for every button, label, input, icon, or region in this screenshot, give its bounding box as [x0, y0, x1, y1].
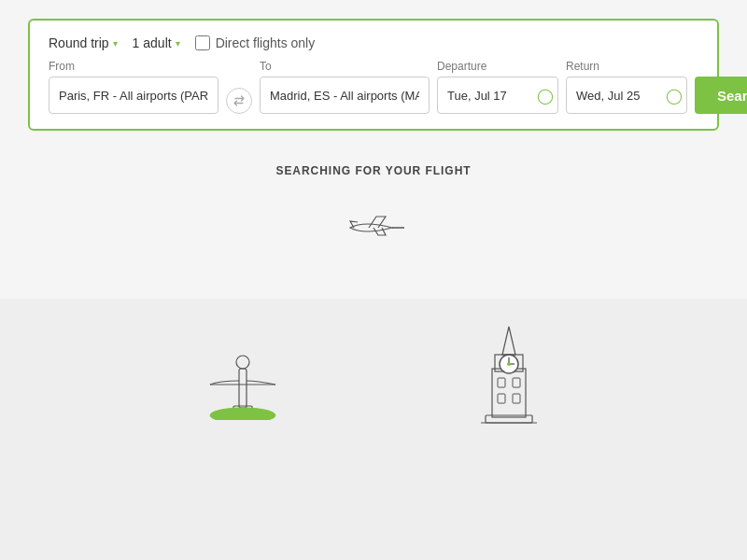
trip-type-button[interactable]: Round trip ▾: [49, 35, 118, 50]
departure-input[interactable]: [447, 89, 531, 103]
svg-point-3: [236, 356, 249, 369]
svg-rect-14: [498, 378, 505, 387]
from-field-group: From: [49, 60, 218, 114]
svg-rect-15: [513, 378, 520, 387]
search-top-row: Round trip ▾ 1 adult ▾ Direct flights on…: [49, 35, 698, 50]
searching-status: SEARCHING FOR YOUR FLIGHT: [275, 164, 471, 177]
svg-rect-16: [498, 394, 505, 403]
bigben-icon: [472, 317, 546, 429]
direct-flights-text: Direct flights only: [216, 35, 316, 50]
return-input-wrapper[interactable]: ◯: [566, 77, 687, 114]
to-input[interactable]: [270, 89, 419, 103]
svg-rect-7: [492, 369, 526, 417]
clock-icon-return: ◯: [666, 87, 683, 105]
svg-point-5: [210, 408, 275, 420]
landmarks-row: [28, 317, 719, 429]
svg-rect-2: [239, 369, 247, 408]
search-button[interactable]: Search: [695, 77, 747, 114]
search-bottom-row: From To Departure ◯: [49, 60, 698, 114]
airplane-icon: [336, 205, 411, 243]
departure-field-group: Departure ◯: [437, 60, 558, 114]
svg-point-12: [507, 362, 511, 366]
christ-redeemer-landmark: [201, 317, 285, 429]
flight-icon-area: [336, 205, 411, 243]
to-field-group: To: [260, 60, 430, 114]
from-label: From: [49, 60, 218, 73]
to-label: To: [260, 60, 430, 73]
return-input[interactable]: [576, 89, 660, 103]
swap-arrows-icon: [233, 94, 246, 107]
direct-flights-label[interactable]: Direct flights only: [195, 35, 316, 50]
adults-label: 1 adult: [133, 35, 172, 50]
svg-marker-13: [502, 327, 515, 355]
to-input-wrapper: [260, 77, 430, 114]
adults-button[interactable]: 1 adult ▾: [133, 35, 180, 50]
direct-flights-checkbox[interactable]: [195, 35, 210, 50]
departure-label: Departure: [437, 60, 558, 73]
chevron-down-icon-adults: ▾: [176, 38, 180, 49]
swap-button[interactable]: [226, 88, 252, 114]
clock-icon-departure: ◯: [537, 87, 554, 105]
return-field-group: Return ◯: [566, 60, 687, 114]
christ-redeemer-icon: [201, 317, 285, 420]
from-input-wrapper: [49, 77, 218, 114]
bigben-landmark: [472, 317, 546, 429]
departure-input-wrapper[interactable]: ◯: [437, 77, 558, 114]
svg-rect-17: [513, 394, 520, 403]
return-label: Return: [566, 60, 687, 73]
trip-type-label: Round trip: [49, 35, 109, 50]
landmarks-area: [0, 299, 747, 560]
chevron-down-icon: ▾: [113, 38, 118, 49]
from-input[interactable]: [59, 89, 208, 103]
swap-icon-wrapper: [226, 88, 252, 114]
search-panel: Round trip ▾ 1 adult ▾ Direct flights on…: [28, 19, 719, 131]
